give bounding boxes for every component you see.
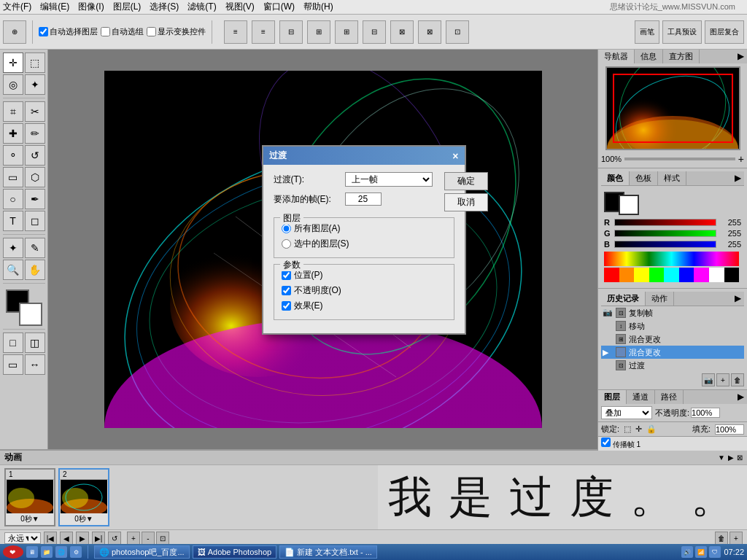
systray-icon-1[interactable]: 🔊	[681, 546, 693, 558]
fit-btn[interactable]: ⊡	[156, 532, 169, 545]
taskbar-photoshop-bar[interactable]: 🌐 photoshop吧_百度...	[94, 545, 190, 559]
frames-input[interactable]	[345, 192, 382, 206]
effect-check[interactable]: 效果(E)	[282, 300, 446, 312]
anim-frame-1[interactable]: 2 0秒▼	[58, 468, 109, 526]
color-menu-icon[interactable]: ▶	[732, 171, 744, 185]
propagate-check[interactable]	[601, 438, 611, 447]
tab-histogram[interactable]: 直方图	[663, 50, 700, 63]
zoom-out-anim-btn[interactable]: -	[142, 532, 155, 545]
lasso-tool[interactable]: ◎	[3, 74, 23, 95]
zoom-slider[interactable]	[624, 158, 735, 160]
history-item-0[interactable]: 📷 ⊡ 复制帧	[601, 306, 744, 319]
text-tool[interactable]: T	[3, 211, 23, 231]
menu-layer[interactable]: 图层(L)	[113, 1, 142, 13]
tab-navigator[interactable]: 导航器	[598, 50, 635, 63]
prev-frame-btn[interactable]: ◀	[60, 532, 73, 545]
clone-tool[interactable]: ⚬	[3, 145, 23, 166]
taskbar-notepad[interactable]: 📄 新建 文本文档.txt - ...	[279, 545, 377, 559]
ok-button[interactable]: 确定	[444, 172, 488, 190]
bg-swatch[interactable]	[619, 195, 639, 215]
lock-pixel-icon[interactable]: ⬚	[624, 424, 631, 434]
anim-menu-btn[interactable]: ▶	[728, 454, 734, 462]
layers-menu-icon[interactable]: ▶	[735, 390, 747, 404]
systray-icon-3[interactable]: 🛡	[709, 546, 721, 558]
cancel-button[interactable]: 取消	[444, 193, 488, 211]
eyedrop-tool[interactable]: ✦	[3, 238, 23, 258]
tab-styles[interactable]: 样式	[658, 171, 686, 185]
menu-file[interactable]: 文件(F)	[3, 1, 31, 13]
opacity-input[interactable]	[691, 408, 720, 418]
standard-mode[interactable]: □	[3, 332, 23, 353]
taskbar-adobe-ps[interactable]: 🖼 Adobe Photoshop	[193, 545, 276, 559]
anim-resize-btn[interactable]: ⊠	[737, 454, 743, 462]
tab-info[interactable]: 信息	[635, 50, 663, 63]
cycle-screen[interactable]: ↔	[25, 354, 45, 375]
play-btn[interactable]: ▶	[76, 532, 89, 545]
new-frame-btn[interactable]: +	[729, 532, 743, 545]
taskbar-icon-4[interactable]: ⚙	[70, 546, 82, 558]
history-item-2[interactable]: ⊞ 混合更改	[601, 332, 744, 346]
history-delete-btn[interactable]: 🗑	[731, 373, 744, 386]
loop-select[interactable]: 永远▼	[4, 532, 41, 544]
fill-tool[interactable]: ⬡	[25, 167, 45, 187]
align-btn4[interactable]: ⊞	[307, 20, 330, 44]
lock-move-icon[interactable]: ✛	[635, 424, 642, 434]
history-menu-icon[interactable]: ▶	[732, 292, 744, 306]
align-btn9[interactable]: ⊡	[446, 20, 469, 44]
align-btn2[interactable]: ≡	[252, 20, 275, 44]
panel-menu-icon[interactable]: ▶	[735, 50, 747, 63]
history-snapshot-btn[interactable]: 📷	[702, 373, 715, 386]
opacity-check[interactable]: 不透明度(O)	[282, 284, 446, 297]
all-layers-radio[interactable]: 所有图层(A)	[282, 222, 446, 235]
tool-preset-btn[interactable]: 工具预设	[662, 20, 702, 44]
next-frame-btn[interactable]: ▶|	[92, 532, 105, 545]
frame-delay-0[interactable]: 0秒▼	[20, 513, 39, 525]
crop-tool[interactable]: ⌗	[3, 101, 23, 122]
move-tool-btn[interactable]: ⊕	[3, 20, 26, 44]
zoom-in-icon[interactable]: +	[738, 153, 744, 165]
magic-tool[interactable]: ✦	[25, 74, 45, 95]
dialog-title-bar[interactable]: 过渡 ×	[263, 147, 465, 165]
anim-frame-0[interactable]: 1 0秒▼	[4, 468, 55, 526]
auto-select-layer-check[interactable]: 自动选择图层	[39, 26, 98, 37]
brush-panel-btn[interactable]: 画笔	[635, 20, 659, 44]
align-btn7[interactable]: ⊠	[390, 20, 414, 44]
menu-view[interactable]: 视图(V)	[225, 1, 255, 13]
background-color[interactable]	[19, 303, 42, 326]
erase-tool[interactable]: ▭	[3, 167, 23, 187]
heal-tool[interactable]: ✚	[3, 123, 23, 144]
zoom-in-anim-btn[interactable]: +	[127, 532, 140, 545]
zoom-tool[interactable]: 🔍	[3, 260, 23, 280]
layer-comp-btn[interactable]: 图层复合	[705, 20, 744, 44]
transition-select[interactable]: 上一帧	[345, 172, 433, 187]
pen-tool[interactable]: ✒	[25, 189, 45, 209]
tab-history[interactable]: 历史记录	[601, 292, 646, 306]
start-button[interactable]: ❤	[3, 545, 23, 559]
del-frame-btn[interactable]: 🗑	[715, 532, 728, 545]
shape-tool[interactable]: ◻	[25, 211, 45, 231]
taskbar-icon-3[interactable]: 🌐	[55, 546, 67, 558]
tab-actions[interactable]: 动作	[646, 292, 674, 306]
align-btn3[interactable]: ⊟	[279, 20, 303, 44]
menu-filter[interactable]: 滤镜(T)	[187, 1, 216, 13]
b-slider[interactable]	[614, 241, 716, 248]
taskbar-icon-1[interactable]: 🖥	[26, 546, 38, 558]
position-check[interactable]: 位置(P)	[282, 269, 446, 281]
taskbar-icon-2[interactable]: 📁	[41, 546, 53, 558]
frame-delay-1[interactable]: 0秒▼	[74, 513, 93, 525]
color-spectrum[interactable]	[604, 252, 739, 266]
quick-mask[interactable]: ◫	[25, 332, 45, 353]
align-btn1[interactable]: ≡	[224, 20, 247, 44]
screen-mode[interactable]: ▭	[3, 354, 23, 375]
tab-layers[interactable]: 图层	[598, 390, 627, 404]
menu-help[interactable]: 帮助(H)	[303, 1, 333, 13]
history-new-btn[interactable]: +	[716, 373, 729, 386]
history-item-1[interactable]: ↕ 移动	[601, 319, 744, 332]
menu-select[interactable]: 选择(S)	[150, 1, 179, 13]
tab-paths[interactable]: 路径	[655, 390, 684, 404]
slice-tool[interactable]: ✂	[25, 101, 45, 122]
menu-edit[interactable]: 编辑(E)	[40, 1, 69, 13]
align-btn8[interactable]: ⊠	[418, 20, 441, 44]
notes-tool[interactable]: ✎	[25, 238, 45, 258]
tab-channels[interactable]: 通道	[627, 390, 655, 404]
